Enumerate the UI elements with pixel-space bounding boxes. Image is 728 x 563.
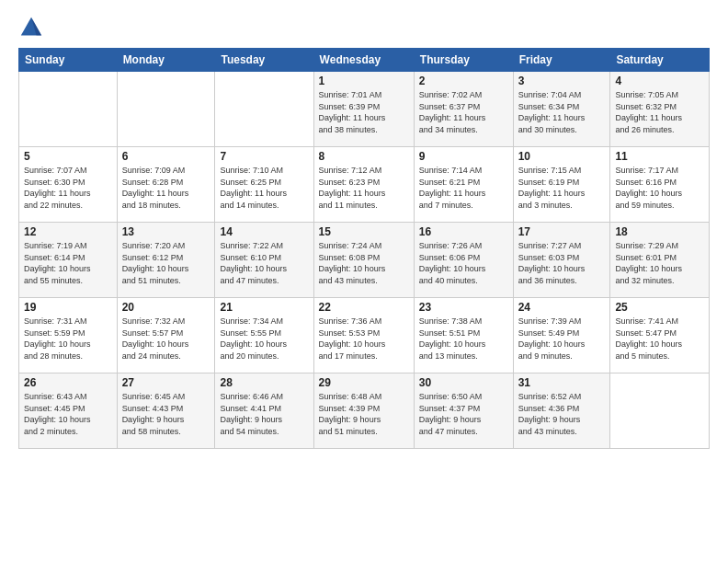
day-info: Sunrise: 7:32 AM Sunset: 5:57 PM Dayligh… xyxy=(122,316,210,362)
header xyxy=(18,15,710,40)
day-info: Sunrise: 7:29 AM Sunset: 6:01 PM Dayligh… xyxy=(615,240,704,286)
day-number: 8 xyxy=(319,150,409,163)
day-number: 6 xyxy=(122,150,210,163)
day-number: 27 xyxy=(122,376,210,389)
calendar-cell: 29Sunrise: 6:48 AM Sunset: 4:39 PM Dayli… xyxy=(313,373,414,449)
day-number: 21 xyxy=(220,301,308,314)
calendar-cell: 6Sunrise: 7:09 AM Sunset: 6:28 PM Daylig… xyxy=(117,147,215,223)
day-info: Sunrise: 7:05 AM Sunset: 6:32 PM Dayligh… xyxy=(615,89,704,135)
calendar-week-row: 19Sunrise: 7:31 AM Sunset: 5:59 PM Dayli… xyxy=(19,298,710,373)
day-info: Sunrise: 6:52 AM Sunset: 4:36 PM Dayligh… xyxy=(518,391,606,437)
calendar-header-row: SundayMondayTuesdayWednesdayThursdayFrid… xyxy=(19,49,710,72)
calendar-cell: 11Sunrise: 7:17 AM Sunset: 6:16 PM Dayli… xyxy=(610,147,710,223)
calendar-cell: 19Sunrise: 7:31 AM Sunset: 5:59 PM Dayli… xyxy=(19,298,118,373)
day-info: Sunrise: 7:20 AM Sunset: 6:12 PM Dayligh… xyxy=(122,240,210,286)
day-info: Sunrise: 6:48 AM Sunset: 4:39 PM Dayligh… xyxy=(319,391,409,437)
calendar-header-thursday: Thursday xyxy=(414,49,513,72)
day-number: 2 xyxy=(419,75,508,87)
day-number: 14 xyxy=(220,225,308,238)
day-number: 23 xyxy=(419,301,508,314)
day-info: Sunrise: 6:43 AM Sunset: 4:45 PM Dayligh… xyxy=(24,391,112,437)
day-info: Sunrise: 7:04 AM Sunset: 6:34 PM Dayligh… xyxy=(518,89,606,135)
calendar-cell xyxy=(117,72,215,147)
calendar-week-row: 1Sunrise: 7:01 AM Sunset: 6:39 PM Daylig… xyxy=(19,72,710,147)
calendar-week-row: 26Sunrise: 6:43 AM Sunset: 4:45 PM Dayli… xyxy=(19,373,710,449)
calendar-cell: 18Sunrise: 7:29 AM Sunset: 6:01 PM Dayli… xyxy=(610,223,710,298)
day-info: Sunrise: 7:09 AM Sunset: 6:28 PM Dayligh… xyxy=(122,165,210,211)
calendar-cell: 13Sunrise: 7:20 AM Sunset: 6:12 PM Dayli… xyxy=(117,223,215,298)
day-info: Sunrise: 7:22 AM Sunset: 6:10 PM Dayligh… xyxy=(220,240,308,286)
calendar-cell: 15Sunrise: 7:24 AM Sunset: 6:08 PM Dayli… xyxy=(313,223,414,298)
calendar-cell xyxy=(215,72,313,147)
calendar-cell: 20Sunrise: 7:32 AM Sunset: 5:57 PM Dayli… xyxy=(117,298,215,373)
day-number: 4 xyxy=(615,75,704,87)
day-info: Sunrise: 6:50 AM Sunset: 4:37 PM Dayligh… xyxy=(419,391,508,437)
day-info: Sunrise: 7:17 AM Sunset: 6:16 PM Dayligh… xyxy=(615,165,704,211)
calendar: SundayMondayTuesdayWednesdayThursdayFrid… xyxy=(18,48,710,449)
day-number: 7 xyxy=(220,150,308,163)
day-number: 3 xyxy=(518,75,606,87)
calendar-cell: 26Sunrise: 6:43 AM Sunset: 4:45 PM Dayli… xyxy=(19,373,118,449)
calendar-cell: 30Sunrise: 6:50 AM Sunset: 4:37 PM Dayli… xyxy=(414,373,513,449)
calendar-cell: 24Sunrise: 7:39 AM Sunset: 5:49 PM Dayli… xyxy=(513,298,610,373)
day-number: 20 xyxy=(122,301,210,314)
day-info: Sunrise: 7:07 AM Sunset: 6:30 PM Dayligh… xyxy=(24,165,112,211)
calendar-cell: 5Sunrise: 7:07 AM Sunset: 6:30 PM Daylig… xyxy=(19,147,118,223)
day-info: Sunrise: 7:27 AM Sunset: 6:03 PM Dayligh… xyxy=(518,240,606,286)
calendar-header-friday: Friday xyxy=(513,49,610,72)
page: SundayMondayTuesdayWednesdayThursdayFrid… xyxy=(0,0,728,458)
calendar-cell: 28Sunrise: 6:46 AM Sunset: 4:41 PM Dayli… xyxy=(215,373,313,449)
day-info: Sunrise: 7:12 AM Sunset: 6:23 PM Dayligh… xyxy=(319,165,409,211)
day-number: 11 xyxy=(615,150,704,163)
day-number: 28 xyxy=(220,376,308,389)
day-number: 1 xyxy=(319,75,409,87)
calendar-cell: 1Sunrise: 7:01 AM Sunset: 6:39 PM Daylig… xyxy=(313,72,414,147)
day-info: Sunrise: 7:15 AM Sunset: 6:19 PM Dayligh… xyxy=(518,165,606,211)
logo xyxy=(18,15,48,40)
day-number: 10 xyxy=(518,150,606,163)
day-number: 5 xyxy=(24,150,112,163)
calendar-cell: 10Sunrise: 7:15 AM Sunset: 6:19 PM Dayli… xyxy=(513,147,610,223)
day-info: Sunrise: 7:10 AM Sunset: 6:25 PM Dayligh… xyxy=(220,165,308,211)
day-number: 29 xyxy=(319,376,409,389)
calendar-cell: 8Sunrise: 7:12 AM Sunset: 6:23 PM Daylig… xyxy=(313,147,414,223)
day-info: Sunrise: 7:14 AM Sunset: 6:21 PM Dayligh… xyxy=(419,165,508,211)
calendar-cell: 25Sunrise: 7:41 AM Sunset: 5:47 PM Dayli… xyxy=(610,298,710,373)
day-info: Sunrise: 7:24 AM Sunset: 6:08 PM Dayligh… xyxy=(319,240,409,286)
calendar-cell: 23Sunrise: 7:38 AM Sunset: 5:51 PM Dayli… xyxy=(414,298,513,373)
calendar-cell: 14Sunrise: 7:22 AM Sunset: 6:10 PM Dayli… xyxy=(215,223,313,298)
day-number: 19 xyxy=(24,301,112,314)
calendar-cell: 21Sunrise: 7:34 AM Sunset: 5:55 PM Dayli… xyxy=(215,298,313,373)
day-info: Sunrise: 6:46 AM Sunset: 4:41 PM Dayligh… xyxy=(220,391,308,437)
calendar-header-saturday: Saturday xyxy=(610,49,710,72)
calendar-cell xyxy=(610,373,710,449)
day-info: Sunrise: 7:39 AM Sunset: 5:49 PM Dayligh… xyxy=(518,316,606,362)
day-info: Sunrise: 7:01 AM Sunset: 6:39 PM Dayligh… xyxy=(319,89,409,135)
calendar-week-row: 5Sunrise: 7:07 AM Sunset: 6:30 PM Daylig… xyxy=(19,147,710,223)
day-info: Sunrise: 7:31 AM Sunset: 5:59 PM Dayligh… xyxy=(24,316,112,362)
day-info: Sunrise: 7:36 AM Sunset: 5:53 PM Dayligh… xyxy=(319,316,409,362)
calendar-week-row: 12Sunrise: 7:19 AM Sunset: 6:14 PM Dayli… xyxy=(19,223,710,298)
calendar-cell: 9Sunrise: 7:14 AM Sunset: 6:21 PM Daylig… xyxy=(414,147,513,223)
calendar-cell: 16Sunrise: 7:26 AM Sunset: 6:06 PM Dayli… xyxy=(414,223,513,298)
calendar-cell: 31Sunrise: 6:52 AM Sunset: 4:36 PM Dayli… xyxy=(513,373,610,449)
day-info: Sunrise: 6:45 AM Sunset: 4:43 PM Dayligh… xyxy=(122,391,210,437)
day-number: 18 xyxy=(615,225,704,238)
day-number: 16 xyxy=(419,225,508,238)
day-number: 31 xyxy=(518,376,606,389)
day-number: 15 xyxy=(319,225,409,238)
calendar-cell: 22Sunrise: 7:36 AM Sunset: 5:53 PM Dayli… xyxy=(313,298,414,373)
day-info: Sunrise: 7:34 AM Sunset: 5:55 PM Dayligh… xyxy=(220,316,308,362)
calendar-header-tuesday: Tuesday xyxy=(215,49,313,72)
calendar-header-monday: Monday xyxy=(117,49,215,72)
calendar-cell: 27Sunrise: 6:45 AM Sunset: 4:43 PM Dayli… xyxy=(117,373,215,449)
day-number: 17 xyxy=(518,225,606,238)
day-number: 9 xyxy=(419,150,508,163)
day-number: 25 xyxy=(615,301,704,314)
calendar-cell: 2Sunrise: 7:02 AM Sunset: 6:37 PM Daylig… xyxy=(414,72,513,147)
calendar-cell: 3Sunrise: 7:04 AM Sunset: 6:34 PM Daylig… xyxy=(513,72,610,147)
day-info: Sunrise: 7:38 AM Sunset: 5:51 PM Dayligh… xyxy=(419,316,508,362)
calendar-cell: 17Sunrise: 7:27 AM Sunset: 6:03 PM Dayli… xyxy=(513,223,610,298)
calendar-cell xyxy=(19,72,118,147)
day-info: Sunrise: 7:41 AM Sunset: 5:47 PM Dayligh… xyxy=(615,316,704,362)
